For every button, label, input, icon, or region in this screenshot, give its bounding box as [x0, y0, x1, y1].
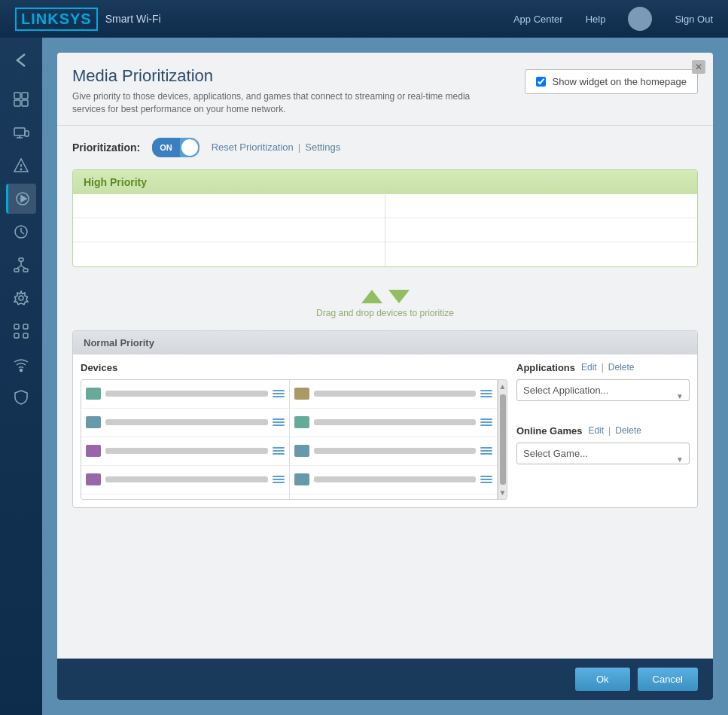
- sidebar-item-media[interactable]: [6, 184, 36, 214]
- sidebar-item-dashboard[interactable]: [6, 84, 36, 114]
- prioritization-label: Prioritization:: [72, 141, 140, 154]
- sidebar-back-button[interactable]: [6, 45, 36, 75]
- content-area: ✕ Media Prioritization Give priority to …: [42, 38, 728, 715]
- settings-link[interactable]: Settings: [305, 141, 340, 153]
- handle-line: [480, 450, 492, 452]
- handle-line: [273, 421, 285, 423]
- devices-title: Devices: [81, 362, 507, 373]
- device-list-container: ▲ ▼: [81, 379, 507, 500]
- drag-handle[interactable]: [480, 389, 492, 398]
- logo-subtitle: Smart Wi-Fi: [105, 13, 161, 25]
- applications-edit-link[interactable]: Edit: [581, 362, 597, 373]
- scroll-down-arrow[interactable]: ▼: [499, 486, 507, 499]
- scroll-up-arrow[interactable]: ▲: [499, 380, 507, 393]
- sidebar-item-wifi[interactable]: [6, 349, 36, 379]
- list-item[interactable]: [81, 437, 289, 466]
- svg-rect-2: [14, 100, 20, 106]
- sidebar-item-security[interactable]: [6, 382, 36, 412]
- list-item[interactable]: [290, 437, 498, 466]
- handle-line: [273, 418, 285, 420]
- sidebar-item-parental[interactable]: [6, 217, 36, 247]
- cancel-button[interactable]: Cancel: [638, 668, 698, 691]
- topbar: LINKSYS Smart Wi-Fi App Center Help Sign…: [0, 0, 728, 38]
- select-application[interactable]: Select Application...: [516, 379, 690, 401]
- applications-header: Applications Edit | Delete: [516, 362, 690, 373]
- device-printer-icon: [294, 388, 309, 400]
- drag-handle[interactable]: [480, 418, 492, 427]
- sidebar-item-devices[interactable]: [6, 117, 36, 148]
- list-item[interactable]: [81, 380, 289, 409]
- panel-header: Media Prioritization Give priority to th…: [57, 53, 713, 126]
- main-layout: ✕ Media Prioritization Give priority to …: [0, 38, 728, 715]
- handle-line: [480, 476, 492, 477]
- sign-out-link[interactable]: Sign Out: [675, 14, 713, 25]
- svg-rect-22: [14, 324, 19, 329]
- device-phone-icon: [86, 445, 101, 457]
- svg-rect-15: [19, 258, 23, 261]
- sidebar-item-app-center[interactable]: [6, 316, 36, 346]
- svg-point-21: [19, 296, 23, 300]
- sidebar-item-alerts[interactable]: [6, 151, 36, 181]
- hp-row: [73, 242, 385, 266]
- hp-row: [73, 218, 385, 242]
- drag-handle[interactable]: [273, 389, 285, 398]
- drag-handle[interactable]: [480, 446, 492, 455]
- close-button[interactable]: ✕: [692, 60, 705, 74]
- normal-priority-body: Devices: [73, 354, 697, 507]
- handle-line: [480, 447, 492, 449]
- sidebar-item-settings[interactable]: [6, 283, 36, 313]
- normal-priority-header: Normal Priority: [73, 331, 697, 354]
- svg-point-9: [20, 169, 22, 170]
- apps-games-section: Applications Edit | Delete Select Applic…: [516, 362, 690, 500]
- device-name: [314, 391, 477, 397]
- handle-line: [480, 453, 492, 455]
- toggle-button[interactable]: ON: [152, 138, 200, 157]
- arrow-up-icon: [361, 290, 382, 303]
- device-list-scrollbar[interactable]: ▲ ▼: [498, 380, 507, 499]
- handle-line: [273, 424, 285, 426]
- sidebar: [0, 38, 42, 715]
- games-delete-link[interactable]: Delete: [615, 425, 641, 436]
- svg-rect-4: [14, 128, 25, 135]
- handle-line: [480, 390, 492, 391]
- select-game[interactable]: Select Game...: [516, 443, 690, 464]
- panel-body: Prioritization: ON Reset Prioritization …: [57, 126, 713, 675]
- games-edit-link[interactable]: Edit: [588, 425, 604, 436]
- games-links: Edit | Delete: [588, 425, 641, 436]
- sidebar-item-network[interactable]: [6, 250, 36, 280]
- svg-point-26: [20, 370, 23, 372]
- handle-line: [273, 447, 285, 449]
- toggle-knob: [181, 139, 198, 156]
- drag-handle[interactable]: [480, 475, 492, 484]
- svg-rect-25: [23, 333, 28, 338]
- handle-line: [480, 482, 492, 483]
- games-sep: |: [608, 425, 611, 436]
- drag-handle[interactable]: [273, 475, 285, 484]
- list-item[interactable]: [290, 409, 498, 437]
- drag-handle[interactable]: [273, 446, 285, 455]
- device-list-inner: ▲ ▼: [81, 380, 507, 499]
- help-link[interactable]: Help: [586, 14, 606, 25]
- handle-line: [480, 418, 492, 420]
- widget-checkbox[interactable]: [536, 77, 546, 87]
- ok-button[interactable]: Ok: [575, 668, 630, 691]
- main-panel: ✕ Media Prioritization Give priority to …: [57, 53, 713, 700]
- drag-drop-label: Drag and drop devices to prioritize: [316, 308, 454, 318]
- user-avatar[interactable]: [628, 7, 652, 31]
- handle-line: [273, 396, 285, 397]
- reset-prioritization-link[interactable]: Reset Prioritization: [212, 141, 294, 153]
- list-item[interactable]: [290, 380, 498, 409]
- normal-priority-box: Normal Priority Devices: [72, 330, 698, 508]
- scroll-thumb[interactable]: [500, 394, 506, 485]
- list-item[interactable]: [290, 466, 498, 494]
- app-center-link[interactable]: App Center: [513, 14, 563, 25]
- list-item[interactable]: [81, 466, 289, 494]
- list-item[interactable]: [81, 409, 289, 437]
- applications-delete-link[interactable]: Delete: [608, 362, 635, 373]
- widget-checkbox-label[interactable]: Show widget on the homepage: [552, 76, 687, 87]
- prioritization-row: Prioritization: ON Reset Prioritization …: [72, 138, 698, 157]
- online-games-title: Online Games: [516, 425, 582, 437]
- toggle-on-label: ON: [152, 138, 180, 157]
- panel-footer: Ok Cancel: [57, 659, 713, 700]
- drag-handle[interactable]: [273, 418, 285, 427]
